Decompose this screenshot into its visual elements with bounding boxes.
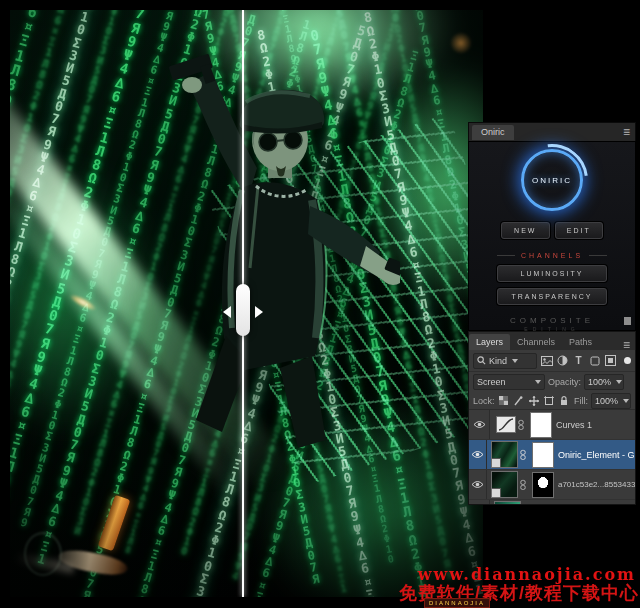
divider-arrow-left-icon: [223, 306, 231, 318]
chevron-down-icon: [512, 359, 518, 363]
kind-filter-dropdown[interactable]: Kind: [473, 353, 537, 369]
edit-button[interactable]: EDIT: [555, 222, 604, 239]
oniric-footer: COMPOSITE EDITING: [469, 316, 635, 332]
oniric-panel: Oniric ≡ ONIRIC NEW EDIT CHANNELS LUMINO…: [468, 122, 636, 331]
visibility-eye-icon[interactable]: [469, 440, 487, 469]
canvas-artwork: 7 Я 9 Ψ 4 ∆ 6 ¤ Ξ 1 Л 8 Ω 2 Φ 1 0 Σ 3 И …: [10, 10, 483, 597]
layer-row-hash[interactable]: a701c53e2...8553433188: [469, 470, 635, 500]
layer-mask-thumbnail[interactable]: [530, 412, 552, 438]
filter-toggle-icon[interactable]: [624, 357, 631, 364]
pixel-layer-filter-icon[interactable]: [540, 354, 553, 367]
layer-name: Oniric_Element - Glow: [558, 450, 635, 460]
layer-name: a701c53e2...8553433188: [558, 480, 635, 489]
tab-layers[interactable]: Layers: [469, 334, 510, 350]
transparency-button[interactable]: TRANSPARENCY: [497, 288, 607, 305]
blend-mode-dropdown[interactable]: Screen: [473, 374, 545, 390]
curves-adjustment-thumbnail[interactable]: [496, 416, 516, 433]
oniric-panel-body: ONIRIC NEW EDIT CHANNELS LUMINOSITY TRAN…: [468, 141, 636, 331]
panel-menu-icon[interactable]: ≡: [623, 127, 630, 137]
divider-arrow-right-icon: [255, 306, 263, 318]
fill-label: Fill:: [574, 396, 588, 406]
mask-link-icon[interactable]: [518, 449, 528, 461]
orange-spark-top: [450, 32, 472, 54]
layer-thumbnail[interactable]: [491, 471, 518, 498]
layer-mask-thumbnail[interactable]: [532, 472, 554, 498]
tab-channels[interactable]: Channels: [510, 334, 562, 350]
adjustment-layer-filter-icon[interactable]: [556, 354, 569, 367]
layer-mask-thumbnail[interactable]: [532, 442, 554, 468]
layer-name: Curves 1: [556, 420, 592, 430]
opacity-label: Opacity:: [548, 377, 581, 387]
lock-position-icon[interactable]: [528, 395, 540, 407]
opacity-dropdown[interactable]: 100%: [584, 374, 624, 390]
lock-image-icon[interactable]: [513, 395, 525, 407]
smart-object-badge-icon: [492, 458, 501, 467]
visibility-eye-icon[interactable]: [469, 410, 490, 439]
type-layer-filter-icon[interactable]: T: [572, 354, 585, 367]
chevron-down-icon: [616, 380, 622, 384]
smart-object-filter-icon[interactable]: [604, 354, 617, 367]
smart-object-badge-icon: [492, 488, 501, 497]
chevron-down-icon: [535, 380, 541, 384]
mask-link-icon[interactable]: [516, 419, 526, 431]
lock-row: Lock: Fill: 100%: [469, 392, 635, 409]
layer-row-oniric-element[interactable]: Oniric_Element - Glow: [469, 440, 635, 470]
oniric-main-buttons: NEW EDIT: [501, 222, 603, 239]
new-button[interactable]: NEW: [501, 222, 550, 239]
tab-paths[interactable]: Paths: [562, 334, 599, 350]
fill-value: 100%: [595, 396, 618, 406]
shape-layer-filter-icon[interactable]: [588, 354, 601, 367]
blend-mode-value: Screen: [477, 377, 506, 387]
lock-transparency-icon[interactable]: [498, 395, 510, 407]
layer-row-curves[interactable]: Curves 1: [469, 410, 635, 440]
layers-panel-tabs: Layers Channels Paths ≡: [469, 332, 635, 350]
channels-header: CHANNELS: [497, 252, 607, 259]
fill-dropdown[interactable]: 100%: [591, 393, 631, 409]
lock-all-icon[interactable]: [558, 395, 570, 407]
opacity-value: 100%: [588, 377, 611, 387]
layers-panel-menu-icon[interactable]: ≡: [623, 340, 630, 350]
luminosity-button[interactable]: LUMINOSITY: [497, 265, 607, 282]
layer-row-background[interactable]: Background: [469, 500, 635, 505]
channels-header-label: CHANNELS: [521, 252, 583, 259]
tab-oniric[interactable]: Oniric: [472, 125, 514, 140]
layer-thumbnail[interactable]: [494, 501, 521, 505]
application-window: 7 Я 9 Ψ 4 ∆ 6 ¤ Ξ 1 Л 8 Ω 2 Φ 1 0 Σ 3 И …: [0, 0, 640, 608]
lock-label: Lock:: [473, 396, 495, 406]
layers-list: Curves 1 Oniric_Element - Glow: [469, 409, 635, 505]
search-icon: [477, 356, 486, 365]
layers-panel: Layers Channels Paths ≡ Kind T: [468, 331, 636, 505]
oniric-logo-text: ONIRIC: [532, 176, 572, 185]
lock-artboard-icon[interactable]: [543, 395, 555, 407]
layer-thumbnail[interactable]: [491, 441, 518, 468]
mask-link-icon[interactable]: [518, 479, 528, 491]
visibility-eye-icon[interactable]: [469, 470, 487, 499]
visibility-eye-icon[interactable]: [469, 500, 490, 505]
figure-man-with-guns: [130, 38, 400, 458]
divider-left: [497, 255, 515, 256]
watermark-badge: DIANNAOJIA: [424, 598, 490, 608]
divider-right: [589, 255, 607, 256]
footer-brand-line1: COMPOSITE: [469, 316, 635, 326]
oniric-logo: ONIRIC: [521, 149, 583, 211]
kind-filter-label: Kind: [489, 356, 507, 366]
panel-resize-grip[interactable]: [624, 317, 631, 325]
comparison-slider-handle[interactable]: [236, 284, 250, 336]
chevron-down-icon: [623, 399, 629, 403]
oniric-panel-tabbar: Oniric ≡: [468, 122, 636, 141]
layers-filter-row: Kind T: [469, 350, 635, 372]
blend-mode-row: Screen Opacity: 100%: [469, 372, 635, 392]
